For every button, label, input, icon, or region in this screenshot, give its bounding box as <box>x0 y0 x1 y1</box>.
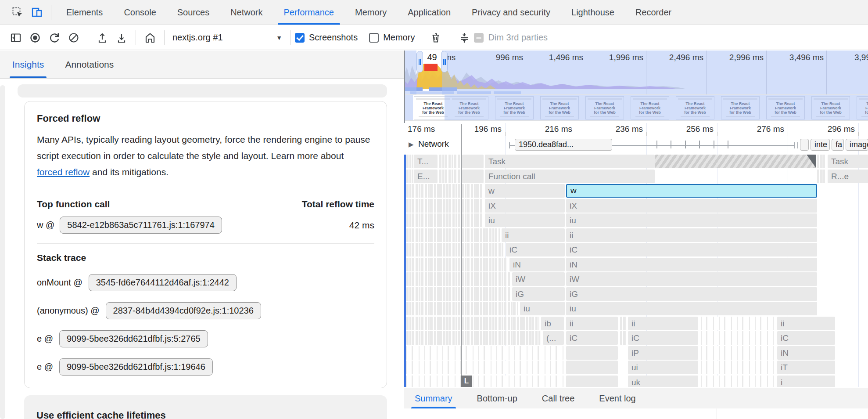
flame-bar[interactable]: iW <box>512 272 565 286</box>
flame-fragments[interactable] <box>406 317 539 330</box>
flame-bar[interactable]: w <box>485 184 565 198</box>
inspect-icon[interactable] <box>8 3 27 22</box>
flame-bar[interactable]: R...e <box>828 170 868 183</box>
collect-garbage-icon[interactable] <box>426 28 445 47</box>
flame-fragments[interactable] <box>406 228 500 242</box>
flame-bar[interactable]: iG <box>512 287 565 301</box>
tab-performance[interactable]: Performance <box>273 0 345 25</box>
flame-bar[interactable] <box>462 155 484 168</box>
network-request-chip[interactable]: image <box>846 139 868 151</box>
flame-bar[interactable]: iT <box>777 361 835 374</box>
flame-fragments[interactable] <box>439 155 460 168</box>
flame-fragments[interactable] <box>620 331 626 345</box>
details-tab-summary[interactable]: Summary <box>415 388 452 408</box>
tab-elements[interactable]: Elements <box>56 0 113 25</box>
network-request-chip[interactable] <box>800 139 809 151</box>
network-request-chip[interactable]: 1950.dea8fad... <box>515 139 612 151</box>
home-icon[interactable] <box>140 28 160 47</box>
flame-fragments[interactable] <box>701 317 775 330</box>
flame-bar[interactable]: T... <box>414 155 438 168</box>
flame-fragments[interactable] <box>817 170 826 183</box>
flame-fragments[interactable] <box>701 361 775 374</box>
network-request-chip[interactable]: fa <box>832 139 844 151</box>
flame-long-task-bar[interactable] <box>655 155 816 168</box>
tab-memory[interactable]: Memory <box>344 0 397 25</box>
dim-third-parties-checkbox[interactable] <box>474 33 484 43</box>
flame-fragments[interactable] <box>406 258 508 271</box>
flame-bar[interactable]: uk <box>628 376 698 387</box>
flame-bar[interactable]: ii <box>777 317 835 330</box>
flame-bar[interactable]: iN <box>566 258 817 271</box>
tab-lighthouse[interactable]: Lighthouse <box>561 0 625 25</box>
device-toolbar-icon[interactable] <box>27 3 47 22</box>
flame-bar[interactable] <box>566 361 618 374</box>
selection-handle-right[interactable] <box>441 51 448 72</box>
flame-fragments[interactable] <box>406 346 563 360</box>
flame-bar[interactable]: ui <box>628 361 698 374</box>
cache-lifetimes-card[interactable]: Use efficient cache lifetimes <box>24 395 387 419</box>
flame-fragments[interactable] <box>406 170 413 183</box>
flame-bar[interactable]: Task <box>828 155 868 168</box>
network-track[interactable]: ▶ Network 1950.dea8fad... intefaimage <box>404 137 868 154</box>
flame-bar[interactable]: iC <box>506 243 565 256</box>
source-location-chip[interactable]: 3545-fd6e7644112d46af.js:1:2442 <box>89 274 237 291</box>
flame-fragments[interactable] <box>701 346 775 360</box>
memory-label[interactable]: Memory <box>383 33 415 43</box>
network-track-label[interactable]: Network <box>418 139 449 149</box>
collapsed-insight-card[interactable] <box>18 84 387 98</box>
flame-bar[interactable]: ii <box>566 317 618 330</box>
timeline-minimap[interactable]: 49 ms996 ms1,496 ms1,996 ms2,496 ms2,996… <box>404 51 868 94</box>
flame-fragments[interactable] <box>406 361 563 374</box>
flame-bar[interactable] <box>462 170 484 183</box>
flame-bar[interactable]: Task <box>485 155 655 168</box>
flame-bar[interactable]: iu <box>485 213 565 227</box>
flame-bar[interactable]: iC <box>777 331 835 345</box>
flame-fragments[interactable] <box>406 199 483 213</box>
screenshots-checkbox[interactable] <box>295 33 305 43</box>
flame-bar[interactable]: Function call <box>485 170 655 183</box>
tab-recorder[interactable]: Recorder <box>625 0 682 25</box>
flame-bar[interactable]: iC <box>628 331 698 345</box>
tab-application[interactable]: Application <box>397 0 461 25</box>
flame-fragments[interactable] <box>406 302 518 315</box>
source-location-chip[interactable]: 2837-84b4d4394cd0f92e.js:1:10236 <box>106 302 261 319</box>
download-profile-icon[interactable] <box>112 28 131 47</box>
source-location-chip[interactable]: 9099-5bee326dd621dfbf.js:5:2765 <box>59 330 208 347</box>
tab-network[interactable]: Network <box>220 0 273 25</box>
flame-fragments[interactable] <box>406 184 483 198</box>
flame-bar[interactable]: iN <box>509 258 565 271</box>
flame-bar[interactable]: ii <box>628 317 698 330</box>
flame-fragments[interactable] <box>406 287 510 301</box>
flame-bar[interactable]: iW <box>566 272 817 286</box>
flame-bar[interactable]: iu <box>520 302 565 315</box>
flame-fragments[interactable] <box>817 155 826 168</box>
screenshots-label[interactable]: Screenshots <box>309 33 358 43</box>
lcp-badge[interactable]: L <box>461 376 472 387</box>
flame-bar[interactable]: iC <box>566 243 817 256</box>
details-tab-event-log[interactable]: Event log <box>599 388 635 408</box>
forced-reflow-link[interactable]: forced reflow <box>37 167 90 177</box>
flame-bar[interactable]: iX <box>566 199 817 213</box>
selection-handle-left[interactable] <box>416 51 423 72</box>
flame-bar[interactable]: E... <box>414 170 438 183</box>
network-request-chip[interactable]: inte <box>811 139 830 151</box>
record-icon[interactable] <box>25 28 45 47</box>
flame-bar[interactable]: ii <box>502 228 565 242</box>
upload-profile-icon[interactable] <box>93 28 112 47</box>
flame-fragments[interactable] <box>406 213 483 227</box>
clear-icon[interactable] <box>64 28 83 47</box>
flame-fragments[interactable] <box>406 243 504 256</box>
flame-bar[interactable]: iG <box>566 287 817 301</box>
tab-privacy-and-security[interactable]: Privacy and security <box>461 0 561 25</box>
flame-bar-selected[interactable]: w <box>566 184 817 198</box>
history-dropdown[interactable]: nextjs.org #1 ▼ <box>172 33 282 43</box>
flame-bar[interactable]: iP <box>628 346 698 360</box>
flame-bar[interactable]: iu <box>566 302 817 315</box>
memory-checkbox[interactable] <box>369 33 379 43</box>
flame-fragments[interactable] <box>406 331 541 345</box>
flame-fragments[interactable] <box>406 376 563 387</box>
flame-bar[interactable]: i <box>777 376 835 387</box>
toggle-sidebar-icon[interactable] <box>6 28 25 47</box>
details-tab-call-tree[interactable]: Call tree <box>542 388 574 408</box>
disclosure-triangle-icon[interactable]: ▶ <box>409 141 414 148</box>
